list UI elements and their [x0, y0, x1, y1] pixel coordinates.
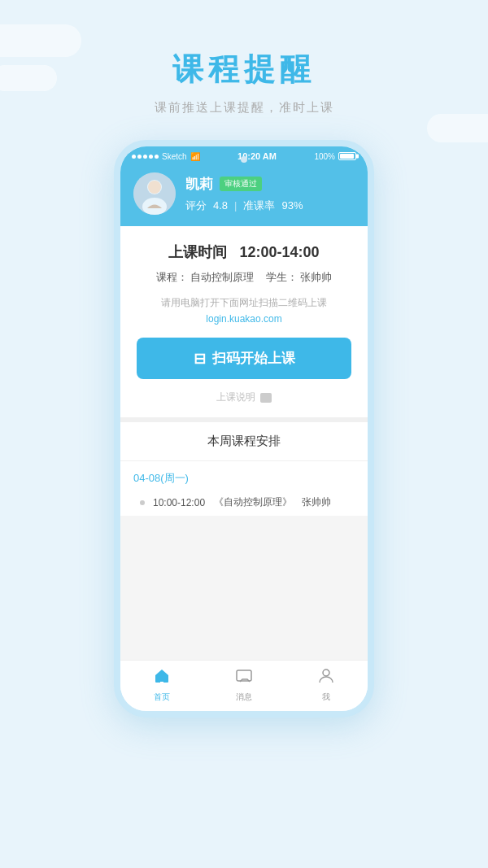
rating-value: 4.8 [213, 199, 228, 212]
course-name: 自动控制原理 [190, 271, 254, 283]
battery-fill [340, 154, 354, 159]
time-value: 12:00-14:00 [239, 244, 319, 260]
nav-message-label: 消息 [236, 691, 252, 703]
class-info-row: 课程： 自动控制原理 学生： 张帅帅 [137, 270, 351, 285]
rating-label: 评分 [185, 198, 207, 213]
wifi-icon: 📶 [190, 152, 200, 161]
scan-hint: 请用电脑打开下面网址扫描二维码上课 [137, 296, 351, 310]
bottom-nav: 首页 消息 我 [120, 660, 368, 711]
note-icon [260, 393, 272, 403]
profile-header: 凯莉 审核通过 评分 4.8 | 准课率 93% [120, 164, 368, 226]
time-label: 上课时间 [168, 244, 227, 260]
nav-item-message[interactable]: 消息 [203, 667, 285, 703]
battery-icon [338, 152, 356, 160]
signal-dot [132, 155, 136, 159]
signal-dot [137, 155, 142, 159]
scan-button[interactable]: ⊟ 扫码开始上课 [137, 338, 351, 379]
battery-percent: 100% [314, 152, 335, 161]
phone-mockup: Sketch 📶 10:20 AM 100% [0, 140, 488, 718]
nav-item-profile[interactable]: 我 [285, 667, 368, 703]
course-label: 课程： [156, 271, 188, 283]
svg-point-3 [148, 181, 161, 194]
phone-body[interactable]: 上课时间 12:00-14:00 课程： 自动控制原理 学生： 张帅帅 请用电脑… [120, 226, 368, 660]
schedule-date: 04-08(周一) [120, 461, 368, 489]
attendance-label: 准课率 [243, 198, 275, 213]
svg-rect-4 [160, 678, 163, 682]
item-student: 张帅帅 [302, 495, 331, 509]
student-label: 学生： [266, 271, 298, 283]
person-icon [317, 667, 335, 689]
bullet-icon [140, 500, 145, 505]
scan-button-label: 扫码开始上课 [212, 349, 295, 368]
schedule-item: 10:00-12:00 《自动控制原理》 张帅帅 [120, 489, 368, 516]
nav-profile-label: 我 [322, 691, 330, 703]
message-icon [235, 667, 253, 689]
battery-tip [356, 155, 359, 159]
verified-badge: 审核通过 [220, 177, 262, 191]
signal-dot [143, 155, 147, 159]
nav-item-home[interactable]: 首页 [120, 667, 203, 703]
status-right: 100% [314, 152, 356, 161]
item-course: 《自动控制原理》 [214, 495, 292, 509]
note-label: 上课说明 [216, 390, 255, 404]
svg-point-6 [323, 670, 329, 676]
profile-name-row: 凯莉 审核通过 [185, 175, 303, 194]
profile-stats: 评分 4.8 | 准课率 93% [185, 198, 303, 213]
phone-frame: Sketch 📶 10:20 AM 100% [114, 140, 374, 718]
qr-icon: ⊟ [194, 350, 206, 368]
signal-dot [155, 155, 159, 159]
status-left: Sketch 📶 [132, 152, 200, 161]
schedule-header: 本周课程安排 [120, 422, 368, 461]
home-icon [153, 667, 171, 689]
class-note-row: 上课说明 [137, 390, 351, 404]
signal-dot [149, 155, 153, 159]
stat-divider: | [234, 199, 237, 212]
attendance-value: 93% [281, 199, 303, 212]
carrier-name: Sketch [162, 152, 187, 161]
avatar [133, 172, 176, 215]
phone-camera [241, 156, 247, 163]
item-time: 10:00-12:00 [153, 497, 205, 508]
profile-info: 凯莉 审核通过 评分 4.8 | 准课率 93% [185, 175, 303, 213]
nav-home-label: 首页 [154, 691, 170, 703]
page-subtitle: 课前推送上课提醒，准时上课 [0, 100, 488, 116]
page-title: 课程提醒 [0, 49, 488, 90]
class-time-row: 上课时间 12:00-14:00 [137, 242, 351, 262]
signal-dots [132, 155, 159, 159]
student-name: 张帅帅 [300, 271, 332, 283]
page-header: 课程提醒 课前推送上课提醒，准时上课 [0, 0, 488, 140]
class-card: 上课时间 12:00-14:00 课程： 自动控制原理 学生： 张帅帅 请用电脑… [120, 226, 368, 422]
scan-link[interactable]: login.kuakao.com [137, 313, 351, 325]
profile-name: 凯莉 [185, 175, 213, 194]
schedule-section: 本周课程安排 04-08(周一) 10:00-12:00 《自动控制原理》 张帅… [120, 422, 368, 516]
